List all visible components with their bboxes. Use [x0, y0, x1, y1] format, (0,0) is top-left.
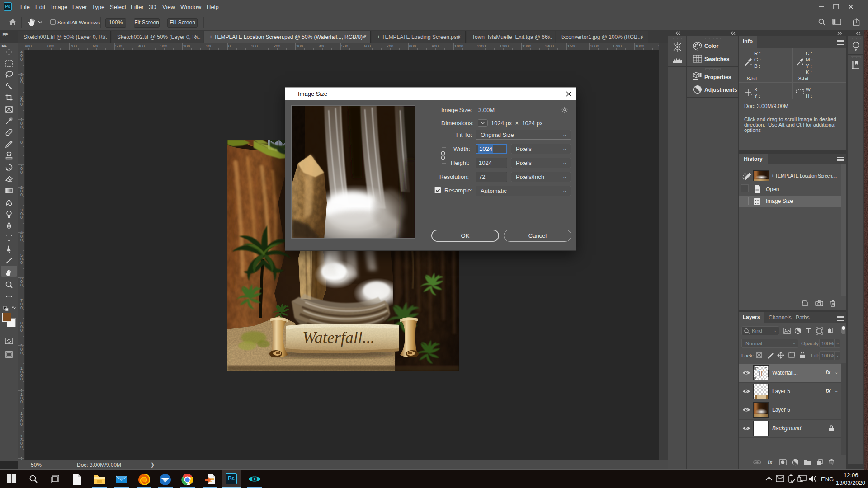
svg-text:fx: fx	[768, 459, 773, 465]
svg-text:Waterfall...: Waterfall...	[302, 328, 375, 347]
